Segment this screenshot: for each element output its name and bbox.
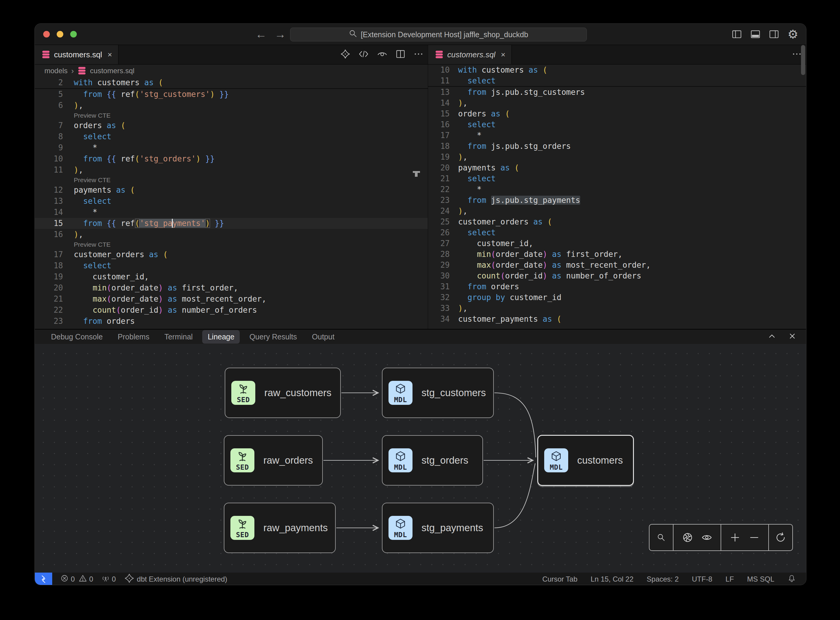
more-actions-icon[interactable] (413, 49, 424, 60)
code-editor-left[interactable]: 2with customers as (5 from {{ ref('stg_c… (35, 77, 428, 327)
status-item-bell-icon[interactable] (787, 574, 796, 584)
code-line-18[interactable]: 18 from js.pub.stg_orders (428, 141, 806, 152)
lineage-canvas[interactable]: SEDraw_customersMDLstg_customersSEDraw_o… (35, 344, 806, 573)
status-item-dbt-icon[interactable]: dbt Extension (unregistered) (124, 573, 227, 585)
plus-icon[interactable] (730, 532, 741, 543)
refresh-icon[interactable] (775, 532, 786, 543)
split-editor-icon[interactable] (395, 49, 406, 60)
code-line-21[interactable]: 21 max(order_date) as most_recent_order, (35, 293, 428, 305)
code-line-16[interactable]: 16 select (428, 119, 806, 130)
code-line-18[interactable]: 18 select (35, 260, 428, 271)
status-item-ports-icon[interactable]: 0 (102, 574, 116, 584)
minus-icon[interactable] (749, 532, 760, 543)
code-line-10[interactable]: 10 from {{ ref('stg_orders') }} (35, 153, 428, 164)
lineage-node-raw_orders[interactable]: SEDraw_orders (224, 435, 323, 486)
code-line-12[interactable]: 12payments as ( (35, 185, 428, 196)
preview-icon[interactable] (377, 49, 388, 60)
code-line-24[interactable]: 24), (428, 206, 806, 217)
dbt-icon[interactable] (340, 49, 350, 60)
code-line-23[interactable]: 23 from orders (35, 316, 428, 327)
panel-tab-terminal[interactable]: Terminal (159, 330, 198, 344)
close-tab-icon[interactable]: × (107, 50, 112, 59)
panel-tab-lineage[interactable]: Lineage (202, 330, 240, 344)
panel-tab-query-results[interactable]: Query Results (244, 330, 302, 344)
lineage-node-stg_orders[interactable]: MDLstg_orders (382, 435, 483, 486)
lineage-node-raw_payments[interactable]: SEDraw_payments (224, 503, 336, 553)
tab-customers-sql-preview[interactable]: customers.sql × (428, 45, 512, 64)
code-line-16[interactable]: 16), (35, 229, 428, 240)
code-line-31[interactable]: 31 from orders (428, 281, 806, 292)
code-line-11[interactable]: 11), (35, 164, 428, 176)
code-line-20[interactable]: 20payments as ( (428, 163, 806, 173)
code-line-23[interactable]: 23 from js.pub.stg_payments (428, 195, 806, 206)
layout-sidebar-right-icon[interactable] (769, 29, 779, 39)
code-line-21[interactable]: 21 select (428, 173, 806, 184)
status-item-cursor-tab[interactable]: Cursor Tab (542, 575, 577, 583)
code-line-22[interactable]: 22 count(order_id) as number_of_orders (35, 305, 428, 316)
lineage-node-stg_payments[interactable]: MDLstg_payments (382, 503, 494, 553)
more-actions-icon[interactable] (792, 49, 802, 60)
lineage-node-raw_customers[interactable]: SEDraw_customers (225, 368, 341, 418)
minimize-window-button[interactable] (57, 31, 63, 38)
code-line-22[interactable]: 22 * (428, 184, 806, 195)
remote-indicator[interactable] (35, 573, 52, 585)
code-line-30[interactable]: 30 count(order_id) as number_of_orders (428, 270, 806, 281)
code-line-17[interactable]: 17 * (428, 130, 806, 141)
status-item-warning-icon[interactable]: 0 (79, 574, 93, 584)
codelens-preview-cte[interactable]: Preview CTE (35, 111, 428, 120)
panel-tab-problems[interactable]: Problems (112, 330, 155, 344)
code-line-13[interactable]: 13 select (35, 196, 428, 207)
code-line-26[interactable]: 26 select (428, 227, 806, 238)
chevron-up-icon[interactable] (767, 331, 777, 342)
code-line-15[interactable]: 15 from {{ ref('stg_payments') }} (35, 218, 428, 229)
code-line-27[interactable]: 27 customer_id, (428, 238, 806, 249)
sticky-scroll[interactable]: 10with customers as (11 select (428, 65, 806, 87)
code-line-14[interactable]: 14 * (35, 207, 428, 218)
lineage-node-stg_customers[interactable]: MDLstg_customers (382, 368, 494, 418)
tab-customers-sql[interactable]: customers.sql × (35, 45, 119, 64)
status-item-ms-sql[interactable]: MS SQL (747, 575, 774, 583)
code-line-7[interactable]: 7orders as ( (35, 120, 428, 131)
close-tab-icon[interactable]: × (501, 50, 505, 59)
status-item-lf[interactable]: LF (726, 575, 734, 583)
eye-icon[interactable] (702, 533, 712, 543)
status-item-ln-15-col-22[interactable]: Ln 15, Col 22 (591, 575, 634, 583)
code-line-19[interactable]: 19), (428, 152, 806, 163)
code-line-32[interactable]: 32 group by customer_id (428, 292, 806, 303)
search-icon[interactable] (657, 533, 666, 542)
code-icon[interactable] (358, 49, 369, 60)
code-line-29[interactable]: 29 max(order_date) as most_recent_order, (428, 260, 806, 270)
code-line-6[interactable]: 6), (35, 100, 428, 111)
code-line-15[interactable]: 15orders as ( (428, 108, 806, 119)
sticky-scroll[interactable]: 2with customers as ( (35, 77, 428, 89)
code-line-8[interactable]: 8 select (35, 131, 428, 142)
code-line-9[interactable]: 9 * (35, 142, 428, 153)
code-line-10[interactable]: 10with customers as ( (428, 65, 806, 75)
status-item-spaces-2[interactable]: Spaces: 2 (647, 575, 679, 583)
status-item-error-icon[interactable]: 0 (61, 574, 75, 584)
code-editor-right[interactable]: 10with customers as (11 select13 from js… (428, 65, 806, 324)
code-line-33[interactable]: 33), (428, 303, 806, 314)
code-line-28[interactable]: 28 min(order_date) as first_order, (428, 249, 806, 260)
close-icon[interactable] (787, 331, 797, 342)
code-line-5[interactable]: 5 from {{ ref('stg_customers') }} (35, 89, 428, 100)
panel-tab-output[interactable]: Output (307, 330, 340, 344)
zoom-window-button[interactable] (70, 31, 77, 38)
lineage-node-customers[interactable]: MDLcustomers (537, 435, 634, 486)
gear-icon[interactable]: ⚙ (787, 28, 798, 40)
code-line-20[interactable]: 20 min(order_date) as first_order, (35, 282, 428, 293)
code-line-11[interactable]: 11 select (428, 75, 806, 86)
layout-sidebar-left-icon[interactable] (732, 29, 742, 39)
codelens-preview-cte[interactable]: Preview CTE (35, 240, 428, 249)
code-line-34[interactable]: 34customer_payments as ( (428, 314, 806, 324)
code-line-19[interactable]: 19 customer_id, (35, 271, 428, 282)
status-item-utf-8[interactable]: UTF-8 (692, 575, 712, 583)
codelens-preview-cte[interactable]: Preview CTE (35, 176, 428, 185)
code-line-14[interactable]: 14), (428, 98, 806, 108)
layout-panel-icon[interactable] (750, 29, 760, 39)
scrollbar-thumb[interactable] (801, 45, 805, 75)
aperture-icon[interactable] (682, 532, 693, 543)
breadcrumb[interactable]: models › customers.sql (35, 65, 428, 77)
code-line-25[interactable]: 25customer_orders as ( (428, 217, 806, 227)
back-icon[interactable]: ← (255, 28, 267, 41)
